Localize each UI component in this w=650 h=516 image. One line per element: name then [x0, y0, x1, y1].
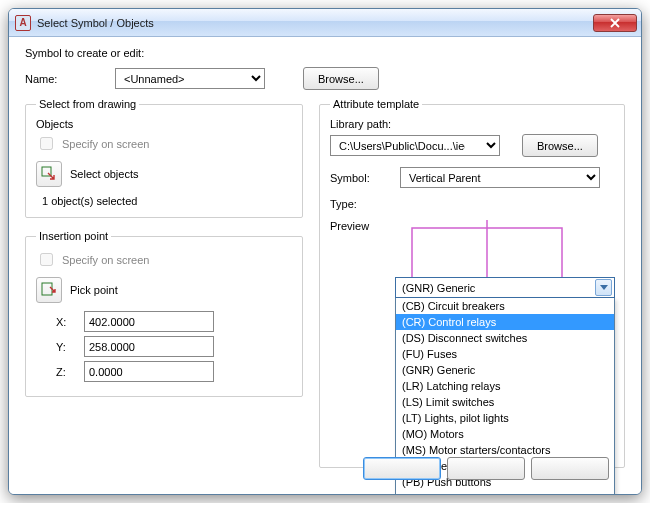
- name-label: Name:: [25, 73, 115, 85]
- specify-point-input[interactable]: [40, 253, 53, 266]
- insertion-point-group: Insertion point Specify on screen Pick p: [25, 230, 303, 397]
- x-input[interactable]: [84, 311, 214, 332]
- specify-objects-input[interactable]: [40, 137, 53, 150]
- type-option[interactable]: (MO) Motors: [396, 426, 614, 442]
- window-title: Select Symbol / Objects: [37, 17, 154, 29]
- specify-objects-label: Specify on screen: [62, 138, 149, 150]
- select-from-drawing-group: Select from drawing Objects Specify on s…: [25, 98, 303, 218]
- name-browse-button[interactable]: Browse...: [303, 67, 379, 90]
- type-option[interactable]: (FU) Fuses: [396, 346, 614, 362]
- cancel-button[interactable]: [447, 457, 525, 480]
- help-button[interactable]: [531, 457, 609, 480]
- name-select[interactable]: <Unnamed>: [115, 68, 265, 89]
- close-button[interactable]: [593, 14, 637, 32]
- objects-label: Objects: [36, 118, 292, 130]
- type-option[interactable]: (MS) Motor starters/contactors: [396, 442, 614, 458]
- x-label: X:: [56, 316, 74, 328]
- type-option[interactable]: (CR) Control relays: [396, 314, 614, 330]
- pick-point-label: Pick point: [70, 284, 118, 296]
- titlebar[interactable]: Select Symbol / Objects: [9, 9, 641, 37]
- type-combo-display[interactable]: (GNR) Generic: [395, 277, 615, 298]
- app-icon: [15, 15, 31, 31]
- select-objects-icon: [41, 166, 57, 182]
- type-option[interactable]: (DS) Disconnect switches: [396, 330, 614, 346]
- type-option[interactable]: (LR) Latching relays: [396, 378, 614, 394]
- symbol-label: Symbol:: [330, 172, 400, 184]
- specify-objects-checkbox[interactable]: Specify on screen: [36, 134, 292, 153]
- type-selected-text: (GNR) Generic: [402, 282, 475, 294]
- type-option[interactable]: (LS) Limit switches: [396, 394, 614, 410]
- symbol-select[interactable]: Vertical Parent: [400, 167, 600, 188]
- objects-selected-text: 1 object(s) selected: [42, 195, 292, 207]
- library-browse-button[interactable]: Browse...: [522, 134, 598, 157]
- type-option[interactable]: (PE) Photo switches: [396, 490, 614, 495]
- preview-label: Preview: [330, 220, 400, 232]
- pick-point-button[interactable]: [36, 277, 62, 303]
- z-label: Z:: [56, 366, 74, 378]
- select-objects-button[interactable]: [36, 161, 62, 187]
- insertion-point-legend: Insertion point: [36, 230, 111, 242]
- y-input[interactable]: [84, 336, 214, 357]
- type-option[interactable]: (CB) Circuit breakers: [396, 298, 614, 314]
- pick-point-icon: [41, 282, 57, 298]
- attribute-template-legend: Attribute template: [330, 98, 422, 110]
- type-label: Type:: [330, 198, 400, 210]
- dialog-buttons: [363, 457, 609, 480]
- type-option[interactable]: (LT) Lights, pilot lights: [396, 410, 614, 426]
- library-path-label: Library path:: [330, 118, 614, 130]
- select-objects-label: Select objects: [70, 168, 138, 180]
- svg-rect-1: [42, 283, 52, 295]
- close-icon: [610, 18, 620, 28]
- specify-point-label: Specify on screen: [62, 254, 149, 266]
- specify-point-checkbox[interactable]: Specify on screen: [36, 250, 292, 269]
- ok-button[interactable]: [363, 457, 441, 480]
- y-label: Y:: [56, 341, 74, 353]
- dialog-window: Select Symbol / Objects Symbol to create…: [8, 8, 642, 495]
- select-from-drawing-legend: Select from drawing: [36, 98, 139, 110]
- library-path-select[interactable]: C:\Users\Public\Docu...\iec2: [330, 135, 500, 156]
- chevron-down-icon[interactable]: [595, 279, 612, 296]
- header-label: Symbol to create or edit:: [25, 47, 625, 59]
- type-option[interactable]: (GNR) Generic: [396, 362, 614, 378]
- z-input[interactable]: [84, 361, 214, 382]
